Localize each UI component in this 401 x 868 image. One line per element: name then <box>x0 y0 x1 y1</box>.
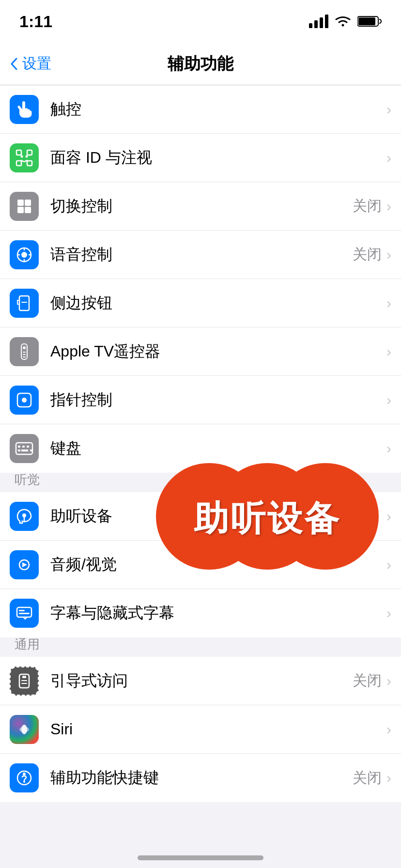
keyboard-icon <box>10 434 39 463</box>
back-label: 设置 <box>22 54 51 74</box>
subtitles-label: 字幕与隐藏式字幕 <box>50 603 174 624</box>
hearing-section-gap: 听觉 <box>0 473 401 492</box>
svg-rect-28 <box>18 446 20 448</box>
general-section-label: 通用 <box>15 636 40 653</box>
keyboard-row[interactable]: 键盘 › <box>0 424 401 473</box>
shortcut-row[interactable]: 辅助功能快捷键 关闭 › <box>0 754 401 802</box>
keyboard-text: 键盘 › <box>50 438 391 459</box>
hearing-device-label: 助听设备 <box>50 506 112 527</box>
svg-point-21 <box>23 346 26 349</box>
general-section-gap: 通用 <box>0 637 401 657</box>
touch-right: › <box>386 101 391 118</box>
svg-point-44 <box>19 727 29 732</box>
subtitles-row[interactable]: 字幕与隐藏式字幕 › <box>0 589 401 637</box>
svg-rect-1 <box>314 20 318 28</box>
svg-rect-13 <box>25 200 31 206</box>
svg-rect-6 <box>16 150 21 155</box>
siri-row[interactable]: Siri › <box>0 705 401 754</box>
hearing-group: 助听设备 › 助听设备 <box>0 492 401 637</box>
side-right: › <box>386 295 391 311</box>
general-group: 引导式访问 关闭 › Siri › <box>0 657 401 802</box>
interaction-group: 触控 › 面容 ID 与注视 <box>0 85 401 473</box>
svg-rect-37 <box>19 610 25 611</box>
svg-rect-42 <box>21 683 27 684</box>
svg-rect-36 <box>17 607 31 617</box>
siri-right: › <box>386 721 391 738</box>
home-indicator <box>138 855 263 860</box>
shortcut-right: 关闭 › <box>353 768 391 788</box>
appletv-row[interactable]: Apple TV遥控器 › <box>0 327 401 376</box>
svg-rect-24 <box>23 356 26 357</box>
audio-visual-right: › <box>386 557 391 573</box>
keyboard-label: 键盘 <box>50 438 81 459</box>
touch-icon <box>10 95 39 124</box>
voice-status: 关闭 <box>353 245 382 264</box>
pointer-text: 指针控制 › <box>50 389 391 411</box>
subtitles-icon <box>10 599 39 628</box>
svg-rect-32 <box>21 450 28 451</box>
shortcut-text: 辅助功能快捷键 关闭 › <box>50 767 391 789</box>
svg-rect-38 <box>19 613 30 614</box>
voice-row[interactable]: 语音控制 关闭 › <box>0 231 401 279</box>
svg-rect-41 <box>21 680 27 681</box>
pointer-icon <box>10 386 39 415</box>
switch-row[interactable]: 切换控制 关闭 › <box>0 182 401 231</box>
hearing-device-text: 助听设备 › <box>50 506 391 527</box>
side-row[interactable]: 侧边按钮 › <box>0 279 401 327</box>
touch-label: 触控 <box>50 99 81 120</box>
back-button[interactable]: 设置 <box>10 54 51 74</box>
guided-row[interactable]: 引导式访问 关闭 › <box>0 657 401 705</box>
faceid-right: › <box>386 150 391 166</box>
pointer-chevron: › <box>386 392 391 408</box>
svg-rect-0 <box>309 23 312 28</box>
signal-icon <box>309 15 328 28</box>
svg-rect-27 <box>16 443 32 454</box>
battery-icon <box>357 15 382 28</box>
pointer-label: 指针控制 <box>50 389 112 411</box>
svg-rect-7 <box>27 150 32 155</box>
faceid-icon <box>10 143 39 172</box>
touch-chevron: › <box>386 101 391 118</box>
audio-visual-chevron: › <box>386 557 391 573</box>
side-label: 侧边按钮 <box>50 293 112 314</box>
siri-text: Siri › <box>50 720 391 738</box>
voice-chevron: › <box>386 247 391 263</box>
nav-title: 辅助功能 <box>168 53 233 75</box>
appletv-chevron: › <box>386 343 391 360</box>
settings-content: 触控 › 面容 ID 与注视 <box>0 85 401 841</box>
hearing-section-label: 听觉 <box>15 471 40 488</box>
guided-icon <box>10 666 39 696</box>
status-bar: 1:11 <box>0 0 401 43</box>
svg-point-46 <box>23 773 26 775</box>
svg-rect-12 <box>17 200 24 206</box>
appletv-text: Apple TV遥控器 › <box>50 341 391 362</box>
appletv-right: › <box>386 343 391 360</box>
hearing-device-row[interactable]: 助听设备 › 助听设备 <box>0 492 401 541</box>
switch-right: 关闭 › <box>353 196 391 216</box>
touch-row[interactable]: 触控 › <box>0 85 401 134</box>
svg-rect-29 <box>22 446 25 448</box>
shortcut-icon <box>10 763 39 792</box>
faceid-text: 面容 ID 与注视 › <box>50 147 391 169</box>
svg-rect-8 <box>16 161 21 166</box>
status-time: 1:11 <box>19 12 52 31</box>
subtitles-text: 字幕与隐藏式字幕 › <box>50 603 391 624</box>
voice-right: 关闭 › <box>353 245 391 264</box>
subtitles-right: › <box>386 605 391 621</box>
hearing-icon <box>10 502 39 531</box>
switch-text: 切换控制 关闭 › <box>50 196 391 217</box>
switch-status: 关闭 <box>353 196 382 216</box>
siri-label: Siri <box>50 720 73 738</box>
pointer-row[interactable]: 指针控制 › <box>0 376 401 424</box>
switch-label: 切换控制 <box>50 196 112 217</box>
faceid-row[interactable]: 面容 ID 与注视 › <box>0 134 401 182</box>
guided-chevron: › <box>386 673 391 689</box>
svg-rect-2 <box>320 17 323 28</box>
audio-visual-row[interactable]: 音频/视觉 › <box>0 541 401 589</box>
audio-visual-text: 音频/视觉 › <box>50 554 391 575</box>
audio-visual-label: 音频/视觉 <box>50 554 117 575</box>
svg-rect-30 <box>27 446 29 448</box>
bottom-padding <box>0 802 401 841</box>
pointer-right: › <box>386 392 391 408</box>
faceid-chevron: › <box>386 150 391 166</box>
